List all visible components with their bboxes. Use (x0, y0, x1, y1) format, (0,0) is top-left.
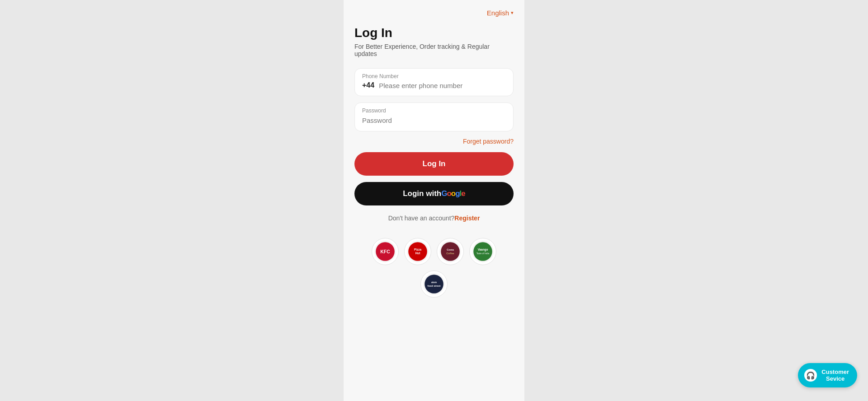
register-link[interactable]: Register (454, 214, 480, 222)
svg-text:Pizza: Pizza (414, 248, 421, 251)
food-street-logo-icon: alain food street (423, 273, 445, 295)
svg-text:Taste of India: Taste of India (476, 252, 490, 255)
phone-input[interactable] (379, 82, 506, 89)
forgot-password-button[interactable]: Forget password? (463, 138, 514, 145)
customer-service-button[interactable]: 🎧 CustomerSevice (798, 363, 857, 387)
svg-text:Coffee: Coffee (446, 252, 454, 255)
headset-icon: 🎧 (804, 369, 817, 382)
svg-text:alain: alain (431, 281, 437, 284)
brand-kfc: KFC (372, 238, 399, 265)
svg-point-12 (473, 242, 492, 261)
card-content: Log In For Better Experience, Order trac… (344, 21, 524, 308)
chevron-down-icon: ▾ (511, 10, 514, 16)
phone-number-group: Phone Number +44 (354, 68, 514, 96)
brand-pizza-hut: Pizza Hut (404, 238, 431, 265)
phone-row: +44 (362, 81, 506, 89)
phone-label: Phone Number (362, 73, 506, 79)
brand-vaango: Vaango Taste of India (469, 238, 496, 265)
phone-prefix: +44 (362, 81, 374, 89)
password-group: Password (354, 103, 514, 131)
language-label: English (487, 9, 509, 17)
register-text: Don't have an account? (388, 214, 455, 222)
svg-text:Vaango: Vaango (478, 248, 488, 252)
page-wrapper: English ▾ Log In For Better Experience, … (0, 0, 868, 401)
pizza-hut-logo-icon: Pizza Hut (407, 241, 429, 262)
kfc-logo-icon: KFC (374, 241, 396, 262)
login-button[interactable]: Log In (354, 152, 514, 176)
lang-selector: English ▾ (344, 0, 524, 21)
svg-text:food street: food street (428, 284, 441, 287)
brand-costa-coffee: Costa Coffee (437, 238, 464, 265)
page-title: Log In (354, 26, 514, 40)
svg-point-8 (441, 242, 460, 261)
register-row: Don't have an account?Register (354, 214, 514, 222)
google-prefix: Login with (403, 189, 441, 198)
vaango-logo-icon: Vaango Taste of India (472, 241, 494, 262)
password-label: Password (362, 107, 506, 114)
svg-point-16 (425, 275, 443, 294)
login-card: English ▾ Log In For Better Experience, … (344, 0, 524, 401)
customer-service-label: CustomerSevice (821, 368, 849, 382)
svg-text:Costa: Costa (447, 248, 454, 251)
google-logo: Google (441, 189, 465, 198)
brand-food-street: alain food street (420, 270, 448, 298)
svg-text:KFC: KFC (380, 249, 390, 254)
language-button[interactable]: English ▾ (487, 9, 514, 17)
brands-row: KFC Pizza Hut (354, 238, 514, 298)
svg-text:Hut: Hut (415, 252, 421, 255)
page-subtitle: For Better Experience, Order tracking & … (354, 43, 514, 57)
google-login-button[interactable]: Login with Google (354, 182, 514, 205)
password-input[interactable] (362, 117, 506, 124)
costa-coffee-logo-icon: Costa Coffee (439, 241, 461, 262)
forgot-row: Forget password? (354, 138, 514, 145)
